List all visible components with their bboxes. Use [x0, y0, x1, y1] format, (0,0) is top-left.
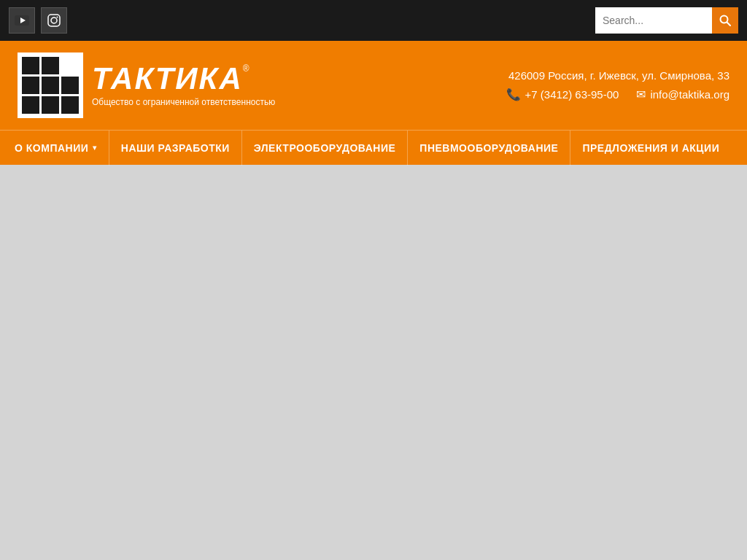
nav-item-pneumatic[interactable]: ПНЕВМООБОРУДОВАНИЕ	[408, 131, 570, 166]
youtube-icon[interactable]	[9, 7, 35, 34]
search-container	[595, 7, 738, 34]
svg-point-3	[51, 18, 57, 23]
contact-address: 426009 Россия, г. Ижевск, ул. Смирнова, …	[506, 69, 729, 82]
chevron-down-icon: ▾	[93, 144, 97, 152]
nav-bar: О КОМПАНИИ ▾ НАШИ РАЗРАБОТКИ ЭЛЕКТРООБОР…	[0, 130, 747, 165]
search-input[interactable]	[595, 7, 712, 34]
logo-cell-9	[61, 96, 79, 114]
logo-cell-5	[42, 77, 59, 94]
top-bar	[0, 0, 747, 41]
logo-cell-3	[61, 57, 79, 74]
nav-item-company[interactable]: О КОМПАНИИ ▾	[12, 131, 109, 166]
svg-rect-2	[48, 15, 60, 26]
logo-cell-4	[22, 77, 39, 94]
contact-email: ✉ info@taktika.org	[636, 88, 729, 101]
logo-subtitle: Общество с ограниченной ответственностью	[92, 97, 275, 107]
contact-area: 426009 Россия, г. Ижевск, ул. Смирнова, …	[506, 69, 729, 101]
logo-brand: ТАКТИКА	[92, 63, 243, 94]
logo-text-area: ТАКТИКА ® Общество с ограниченной ответс…	[92, 63, 275, 107]
svg-point-4	[57, 17, 58, 18]
email-icon: ✉	[636, 88, 646, 101]
email-address: info@taktika.org	[650, 88, 729, 101]
nav-item-offers[interactable]: ПРЕДЛОЖЕНИЯ И АКЦИИ	[570, 131, 731, 166]
logo-grid	[18, 52, 83, 118]
social-icons	[9, 7, 67, 34]
nav-item-developments-label: НАШИ РАЗРАБОТКИ	[121, 142, 230, 154]
contact-details: 📞 +7 (3412) 63-95-00 ✉ info@taktika.org	[506, 88, 729, 101]
instagram-icon[interactable]	[41, 7, 67, 34]
logo-cell-8	[42, 96, 59, 114]
header: ТАКТИКА ® Общество с ограниченной ответс…	[0, 41, 747, 130]
main-content	[0, 165, 747, 537]
logo-cell-7	[22, 96, 39, 114]
nav-item-electrical-label: ЭЛЕКТРООБОРУДОВАНИЕ	[254, 142, 395, 154]
logo-area: ТАКТИКА ® Общество с ограниченной ответс…	[18, 52, 275, 118]
contact-phone: 📞 +7 (3412) 63-95-00	[506, 88, 619, 101]
logo-cell-6	[61, 77, 79, 94]
search-button[interactable]	[712, 7, 738, 34]
logo-registered: ®	[243, 63, 249, 74]
nav-item-offers-label: ПРЕДЛОЖЕНИЯ И АКЦИИ	[582, 142, 719, 154]
nav-item-electrical[interactable]: ЭЛЕКТРООБОРУДОВАНИЕ	[242, 131, 408, 166]
svg-line-6	[727, 23, 731, 26]
phone-number: +7 (3412) 63-95-00	[525, 88, 619, 101]
nav-item-pneumatic-label: ПНЕВМООБОРУДОВАНИЕ	[419, 142, 558, 154]
nav-item-developments[interactable]: НАШИ РАЗРАБОТКИ	[109, 131, 242, 166]
logo-cell-2	[42, 57, 59, 74]
phone-icon: 📞	[506, 88, 521, 101]
nav-item-company-label: О КОМПАНИИ	[15, 142, 88, 154]
logo-cell-1	[22, 57, 39, 74]
